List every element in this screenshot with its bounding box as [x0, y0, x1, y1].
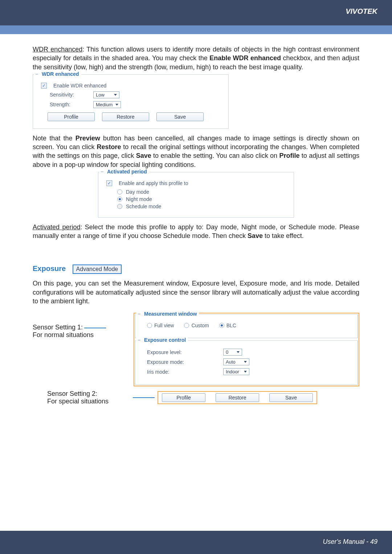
profile-button[interactable]: Profile	[162, 393, 205, 402]
full-view-radio[interactable]	[147, 323, 152, 328]
header-accent-bar	[0, 25, 392, 34]
exposure-control-legend: Exposure control	[142, 337, 188, 343]
blc-radio[interactable]	[219, 323, 224, 328]
page-footer: User's Manual - 49	[0, 531, 392, 554]
wdr-legend: WDR enhanced	[40, 71, 81, 77]
callout-line-icon	[133, 397, 155, 398]
enable-wdr-checkbox[interactable]: ✓	[41, 83, 47, 89]
collapse-icon[interactable]: −	[99, 169, 105, 175]
night-mode-label: Night mode	[126, 196, 152, 202]
sensor-setting-1-label: Sensor Setting 1: For normal situations	[33, 313, 131, 339]
enable-wdr-label: Enable WDR enhanced	[53, 83, 106, 89]
schedule-mode-label: Schedule mode	[126, 204, 161, 209]
chevron-down-icon	[114, 94, 117, 96]
enable-profile-label: Enable and apply this profile to	[119, 180, 188, 186]
wdr-enhanced-panel: − WDR enhanced ✓ Enable WDR enhanced Sen…	[33, 74, 229, 129]
day-mode-radio[interactable]	[117, 189, 122, 194]
measurement-window-legend: Measurement window	[142, 311, 199, 317]
callout-line-icon	[84, 328, 106, 328]
activated-period-panel: − Activated period ✓ Enable and apply th…	[98, 172, 294, 218]
sensor-setting-2-label: Sensor Setting 2: For special situations	[33, 390, 130, 405]
exposure-title: Exposure	[33, 264, 66, 273]
collapse-icon[interactable]: −	[136, 311, 142, 317]
exposure-heading-row: Exposure Advanced Mode	[33, 264, 359, 274]
collapse-icon[interactable]: −	[136, 337, 142, 343]
night-mode-radio[interactable]	[117, 197, 122, 202]
sensor-1-frame: − Measurement window Full view Custom BL…	[134, 313, 359, 386]
exposure-mode-select[interactable]: Auto	[223, 358, 249, 365]
measurement-window-panel: − Measurement window Full view Custom BL…	[135, 314, 358, 338]
iris-mode-select[interactable]: Indoor	[223, 368, 249, 375]
chevron-down-icon	[115, 104, 118, 106]
exposure-control-panel: − Exposure control Exposure level: 0 Exp…	[135, 340, 358, 385]
restore-button[interactable]: Restore	[216, 393, 259, 402]
wdr-term: WDR enchanced	[33, 46, 82, 53]
save-button[interactable]: Save	[269, 393, 313, 402]
strength-label: Strength:	[50, 102, 90, 107]
exposure-description: On this page, you can set the Measuremen…	[33, 279, 359, 305]
exposure-level-select[interactable]: 0	[223, 349, 242, 356]
activated-period-description: Activated period: Select the mode this p…	[33, 223, 359, 241]
advanced-mode-badge: Advanced Mode	[73, 264, 122, 274]
profile-button[interactable]: Profile	[48, 112, 95, 121]
note-paragraph: Note that the Preview button has been ca…	[33, 134, 359, 169]
exposure-mode-label: Exposure mode:	[147, 359, 220, 365]
wdr-description: WDR enchanced: This function allows user…	[33, 45, 359, 71]
enable-profile-checkbox[interactable]: ✓	[106, 180, 112, 186]
collapse-icon[interactable]: −	[34, 71, 40, 77]
exposure-level-label: Exposure level:	[147, 349, 220, 355]
page-header: VIVOTEK	[0, 0, 392, 25]
sensitivity-select[interactable]: Low	[93, 91, 119, 98]
day-mode-label: Day mode	[126, 189, 149, 195]
sensitivity-label: Sensitivity:	[50, 92, 90, 98]
chevron-down-icon	[244, 371, 247, 373]
restore-button[interactable]: Restore	[102, 112, 149, 121]
chevron-down-icon	[237, 351, 240, 353]
chevron-down-icon	[244, 361, 247, 363]
activated-period-legend: Activated period	[105, 169, 149, 175]
custom-radio[interactable]	[184, 323, 189, 328]
iris-mode-label: Iris mode:	[147, 369, 220, 375]
save-button[interactable]: Save	[156, 112, 204, 121]
strength-select[interactable]: Medium	[93, 101, 121, 108]
schedule-mode-radio[interactable]	[117, 204, 122, 209]
